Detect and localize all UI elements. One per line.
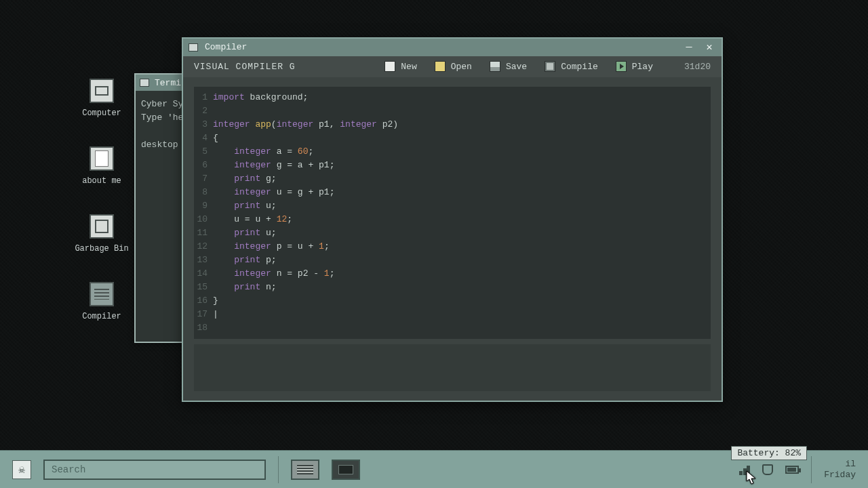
desktop-icon-label: Compiler [75, 312, 129, 321]
app-name: VISUAL COMPILER G [194, 62, 296, 72]
window-icon [140, 79, 149, 87]
status-text: 31d20 [684, 62, 711, 72]
window-icon [189, 43, 198, 52]
desktop-icon-label: about me [75, 176, 129, 186]
document-icon [90, 146, 114, 171]
battery-icon[interactable] [785, 466, 799, 474]
separator [278, 456, 279, 483]
terminal-title: Termi [155, 78, 181, 88]
trash-icon [90, 214, 114, 239]
desktop[interactable]: Computer about me Garbage Bin Compiler T… [0, 0, 868, 450]
code-editor[interactable]: 123456789101112131415161718 import backg… [194, 87, 711, 339]
skull-icon: ☠ [18, 463, 25, 476]
taskbar-app-terminal[interactable] [332, 460, 360, 480]
desktop-icon-label: Garbage Bin [75, 244, 129, 253]
output-console[interactable] [194, 344, 711, 391]
taskbar-app-compiler[interactable] [291, 460, 319, 480]
compiler-window[interactable]: Compiler — ✕ VISUAL COMPILER G New Open … [182, 37, 723, 402]
play-icon [616, 61, 627, 72]
desktop-icon-label: Computer [75, 108, 129, 118]
stats-icon[interactable] [739, 464, 750, 475]
taskbar: ☠ Battery: 82% il Friday [0, 450, 868, 488]
play-button[interactable]: Play [616, 61, 653, 72]
desktop-icon-about[interactable]: about me [75, 146, 129, 186]
separator [811, 456, 812, 483]
compiler-icon [90, 282, 114, 306]
save-icon [490, 61, 500, 72]
minimize-button[interactable]: — [682, 41, 696, 54]
new-button[interactable]: New [384, 61, 416, 72]
compiler-titlebar[interactable]: Compiler — ✕ [183, 39, 722, 56]
save-button[interactable]: Save [490, 61, 527, 72]
line-gutter: 123456789101112131415161718 [194, 91, 213, 335]
new-file-icon [384, 61, 395, 72]
desktop-icon-garbage[interactable]: Garbage Bin [75, 214, 129, 253]
system-tray: Battery: 82% il Friday [739, 456, 856, 483]
day-text: Friday [824, 470, 856, 481]
search-input[interactable] [43, 460, 266, 480]
close-button[interactable]: ✕ [703, 41, 716, 54]
open-button[interactable]: Open [435, 61, 472, 72]
clock[interactable]: il Friday [824, 459, 856, 481]
start-button[interactable]: ☠ [12, 460, 31, 479]
compile-icon [545, 61, 555, 72]
compile-button[interactable]: Compile [545, 61, 598, 72]
window-title: Compiler [205, 42, 247, 52]
date-text: il [824, 459, 856, 470]
battery-tooltip: Battery: 82% [731, 446, 807, 460]
compiler-toolbar: VISUAL COMPILER G New Open Save Compile … [183, 56, 722, 77]
folder-icon [435, 61, 446, 72]
desktop-icon-compiler[interactable]: Compiler [75, 282, 129, 321]
computer-icon [90, 79, 114, 103]
code-area[interactable]: import background;integer app(integer p1… [213, 91, 711, 335]
shield-icon[interactable] [762, 464, 773, 475]
desktop-icon-computer[interactable]: Computer [75, 79, 129, 118]
